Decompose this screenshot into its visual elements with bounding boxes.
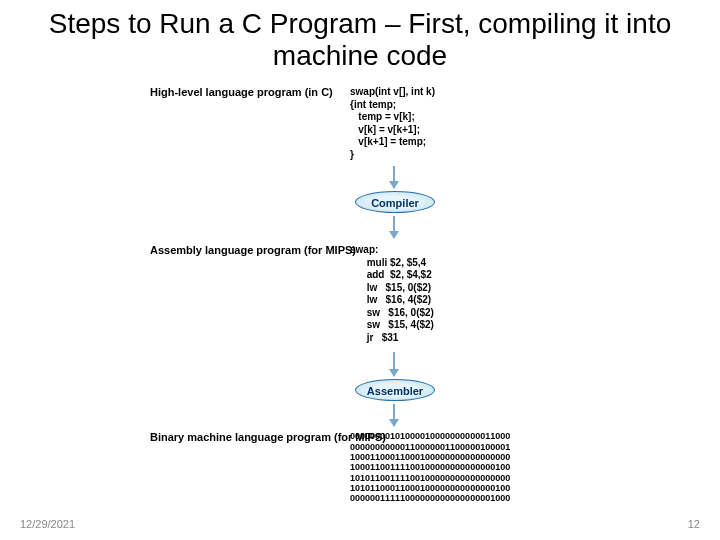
stage-assembler: Assembler	[355, 379, 435, 401]
label-asm: Assembly language program (for MIPS)	[150, 244, 356, 257]
code-asm: swap: muli $2, $5,4 add $2, $4,$2 lw $15…	[350, 244, 434, 344]
arrow-asm-to-assembler	[393, 352, 395, 376]
footer-page-number: 12	[688, 518, 700, 530]
stage-compiler: Compiler	[355, 191, 435, 213]
compilation-flow-diagram: High-level language program (in C) swap(…	[110, 76, 610, 506]
arrow-hll-to-compiler	[393, 166, 395, 188]
slide-title: Steps to Run a C Program – First, compil…	[0, 0, 720, 76]
arrow-assembler-to-bin	[393, 404, 395, 426]
code-bin: 00000000101000010000000000011000 0000000…	[350, 431, 510, 503]
footer-date: 12/29/2021	[20, 518, 75, 530]
arrow-compiler-to-asm	[393, 216, 395, 238]
label-hll: High-level language program (in C)	[150, 86, 333, 99]
code-hll: swap(int v[], int k) {int temp; temp = v…	[350, 86, 435, 161]
